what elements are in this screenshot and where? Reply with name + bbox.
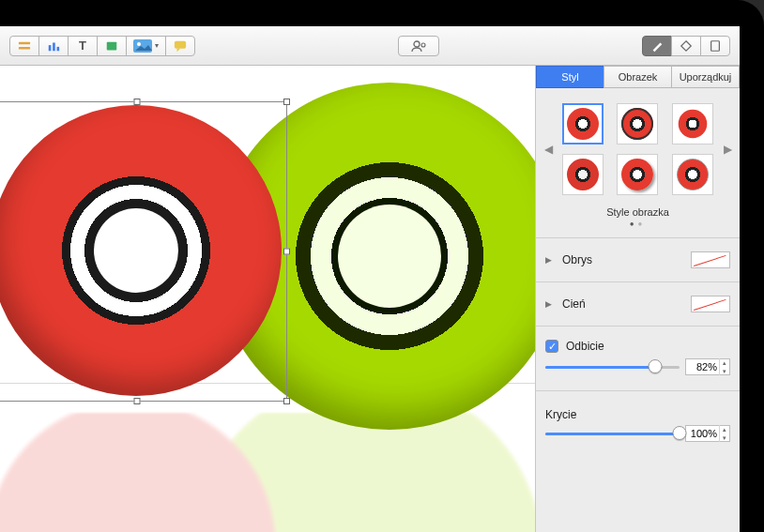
canvas[interactable] xyxy=(0,66,535,532)
krycie-step-down[interactable]: ▾ xyxy=(720,433,729,442)
odbicie-slider-row: 82% ▴ ▾ xyxy=(536,357,740,381)
svg-rect-2 xyxy=(49,45,52,51)
selection-handle-n[interactable] xyxy=(134,99,141,105)
separator xyxy=(536,326,740,327)
selection-handle-s[interactable] xyxy=(134,398,141,404)
odbicie-value: 82% xyxy=(686,361,719,372)
svg-rect-8 xyxy=(175,40,186,48)
cien-row: ▶ Cień xyxy=(536,292,740,316)
krycie-value-stepper[interactable]: 100% ▴ ▾ xyxy=(685,425,730,442)
odbicie-step-down[interactable]: ▾ xyxy=(720,367,729,375)
krycie-slider-row: 100% ▴ ▾ xyxy=(536,423,740,448)
odbicie-slider[interactable] xyxy=(545,359,680,374)
media-icon xyxy=(133,39,152,53)
inspector-tabs: Styl Obrazek Uporządkuj xyxy=(536,66,740,88)
odbicie-row: Odbicie xyxy=(536,336,740,357)
svg-rect-0 xyxy=(19,41,30,44)
chevron-down-icon: ▾ xyxy=(155,41,159,50)
filter-icon xyxy=(680,39,693,53)
obrys-label: Obrys xyxy=(562,253,683,266)
tab-obrazek[interactable]: Obrazek xyxy=(604,66,671,88)
view-grid-icon xyxy=(18,39,31,53)
cien-color-well[interactable] xyxy=(691,296,730,312)
separator xyxy=(536,281,740,282)
tab-uporzadkuj[interactable]: Uporządkuj xyxy=(671,66,740,88)
styles-prev-arrow[interactable]: ◀ xyxy=(543,143,553,156)
svg-rect-4 xyxy=(57,46,60,50)
svg-point-9 xyxy=(414,41,420,47)
krycie-step-up[interactable]: ▴ xyxy=(720,425,729,433)
obrys-row: ▶ Obrys xyxy=(536,248,740,272)
svg-point-10 xyxy=(421,43,425,47)
red-wheel-image[interactable] xyxy=(0,105,282,396)
svg-point-7 xyxy=(137,42,141,46)
image-style-1[interactable] xyxy=(562,103,604,144)
selection-handle-se[interactable] xyxy=(283,398,290,404)
odbicie-label: Odbicie xyxy=(566,340,730,353)
format-inspector-button[interactable] xyxy=(642,36,672,56)
app-window: T ▾ xyxy=(0,26,740,532)
image-style-3[interactable] xyxy=(672,103,713,144)
device-bezel: T ▾ xyxy=(0,0,764,532)
obrys-disclosure[interactable]: ▶ xyxy=(545,255,555,265)
format-paintbrush-icon xyxy=(650,39,664,53)
svg-rect-11 xyxy=(711,40,720,51)
document-icon xyxy=(709,39,722,53)
tab-styl[interactable]: Styl xyxy=(536,66,604,88)
image-styles-pane: ◀ ▶ Style obrazka ●● xyxy=(536,88,740,228)
chart-button[interactable] xyxy=(38,36,69,56)
shape-button[interactable] xyxy=(97,36,127,56)
document-inspector-button[interactable] xyxy=(700,36,730,56)
krycie-label: Krycie xyxy=(536,401,740,423)
odbicie-checkbox[interactable] xyxy=(545,340,558,353)
odbicie-step-up[interactable]: ▴ xyxy=(720,358,729,367)
text-button[interactable]: T xyxy=(68,36,98,56)
format-inspector: Styl Obrazek Uporządkuj ◀ ▶ xyxy=(535,66,740,532)
cien-disclosure[interactable]: ▶ xyxy=(545,299,555,309)
reflection-overlay xyxy=(0,413,535,532)
cien-label: Cień xyxy=(562,297,683,311)
styles-pager-dots[interactable]: ●● xyxy=(543,220,732,228)
comment-button[interactable] xyxy=(165,36,195,56)
obrys-color-well[interactable] xyxy=(691,251,730,268)
toolbar: T ▾ xyxy=(0,26,740,66)
svg-rect-1 xyxy=(19,46,30,49)
image-style-2[interactable] xyxy=(617,103,658,144)
krycie-value: 100% xyxy=(686,428,719,439)
image-styles-grid xyxy=(557,99,719,199)
separator xyxy=(536,390,740,391)
styles-next-arrow[interactable]: ▶ xyxy=(723,143,732,156)
collaborate-button[interactable] xyxy=(398,36,439,56)
image-style-6[interactable] xyxy=(672,154,713,195)
odbicie-value-stepper[interactable]: 82% ▴ ▾ xyxy=(685,358,730,375)
image-style-5[interactable] xyxy=(617,154,658,195)
image-style-4[interactable] xyxy=(562,154,604,195)
shape-icon xyxy=(105,39,118,53)
chart-icon xyxy=(47,39,60,53)
comment-icon xyxy=(174,39,187,53)
collaborate-icon xyxy=(410,39,427,53)
text-icon: T xyxy=(79,38,86,53)
toolbar-right-group xyxy=(642,36,730,56)
svg-rect-3 xyxy=(53,42,55,51)
krycie-slider[interactable] xyxy=(545,426,680,441)
media-button[interactable]: ▾ xyxy=(126,36,166,56)
view-mode-button[interactable] xyxy=(9,36,39,56)
selection-handle-ne[interactable] xyxy=(283,99,290,105)
filter-inspector-button[interactable] xyxy=(671,36,701,56)
separator xyxy=(536,237,740,238)
toolbar-left-group: T ▾ xyxy=(9,36,195,56)
content-row: Styl Obrazek Uporządkuj ◀ ▶ xyxy=(0,66,740,532)
image-styles-label: Style obrazka xyxy=(543,206,732,218)
svg-rect-5 xyxy=(107,41,117,50)
